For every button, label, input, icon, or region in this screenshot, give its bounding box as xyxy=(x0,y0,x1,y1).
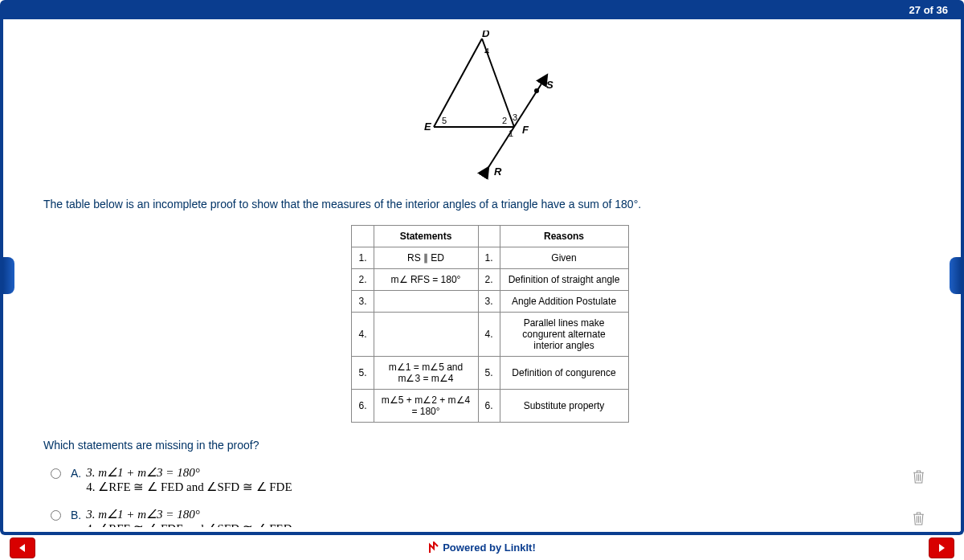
svg-text:E: E xyxy=(424,121,431,133)
svg-point-4 xyxy=(535,89,538,92)
proof-table: Statements Reasons 1.RS ∥ ED1.Given2.m∠ … xyxy=(351,225,628,423)
table-row: 4.4.Parallel lines make congurent altern… xyxy=(352,313,628,357)
footer-bar: Powered by LinkIt! xyxy=(0,535,964,560)
geometry-diagram: D E F S R 4 5 2 3 1 xyxy=(43,31,937,186)
svg-text:R: R xyxy=(494,166,502,178)
content-scroll[interactable]: D E F S R 4 5 2 3 1 The table below is a… xyxy=(3,19,961,527)
intro-text: The table below is an incomplete proof t… xyxy=(43,198,937,211)
header-bar: 27 of 36 xyxy=(0,0,964,19)
svg-text:3: 3 xyxy=(513,112,517,122)
linkit-icon xyxy=(428,542,439,554)
powered-by: Powered by LinkIt! xyxy=(428,542,536,554)
next-button[interactable] xyxy=(929,538,954,558)
svg-text:1: 1 xyxy=(509,129,513,138)
trash-icon[interactable] xyxy=(913,470,925,484)
edge-next-button[interactable] xyxy=(950,257,961,294)
svg-text:2: 2 xyxy=(502,116,507,125)
table-row: 5.m∠1 = m∠5 and m∠3 = m∠45.Definition of… xyxy=(352,357,628,390)
table-row: 1.RS ∥ ED1.Given xyxy=(352,247,628,269)
question-text: Which statements are missing in the proo… xyxy=(43,439,937,452)
svg-text:S: S xyxy=(546,79,553,91)
col-reasons: Reasons xyxy=(500,226,628,247)
svg-line-0 xyxy=(434,39,482,127)
option-A[interactable]: A. 3. m∠1 + m∠3 = 180°4. ∠RFE ≅ ∠ FED an… xyxy=(43,460,937,500)
svg-text:4: 4 xyxy=(484,47,489,56)
table-row: 2.m∠ RFS = 180°2.Definition of straight … xyxy=(352,269,628,291)
arrow-left-icon xyxy=(17,542,28,554)
svg-text:F: F xyxy=(522,124,529,136)
progress-counter: 27 of 36 xyxy=(909,4,948,16)
svg-text:D: D xyxy=(482,31,490,39)
option-radio[interactable] xyxy=(51,468,61,479)
options-list: A. 3. m∠1 + m∠3 = 180°4. ∠RFE ≅ ∠ FED an… xyxy=(43,460,937,527)
svg-text:5: 5 xyxy=(442,116,447,125)
option-text: 3. m∠1 + m∠3 = 180°4. ∠RFE ≅ ∠ FED and ∠… xyxy=(86,465,913,494)
table-row: 6.m∠5 + m∠2 + m∠4 = 180°6.Substitute pro… xyxy=(352,390,628,423)
option-radio[interactable] xyxy=(51,510,61,521)
question-frame: D E F S R 4 5 2 3 1 The table below is a… xyxy=(0,19,964,535)
edge-prev-button[interactable] xyxy=(3,257,14,294)
option-letter: B. xyxy=(71,509,81,521)
option-letter: A. xyxy=(71,467,81,480)
table-row: 3.3.Angle Addition Postulate xyxy=(352,291,628,313)
arrow-right-icon xyxy=(936,542,947,554)
option-text: 3. m∠1 + m∠3 = 180°4. ∠RFE ≅ ∠ FDE and ∠… xyxy=(86,507,913,527)
col-statements: Statements xyxy=(374,226,478,247)
prev-button[interactable] xyxy=(10,538,35,558)
option-B[interactable]: B. 3. m∠1 + m∠3 = 180°4. ∠RFE ≅ ∠ FDE an… xyxy=(43,501,937,527)
trash-icon[interactable] xyxy=(913,512,925,525)
